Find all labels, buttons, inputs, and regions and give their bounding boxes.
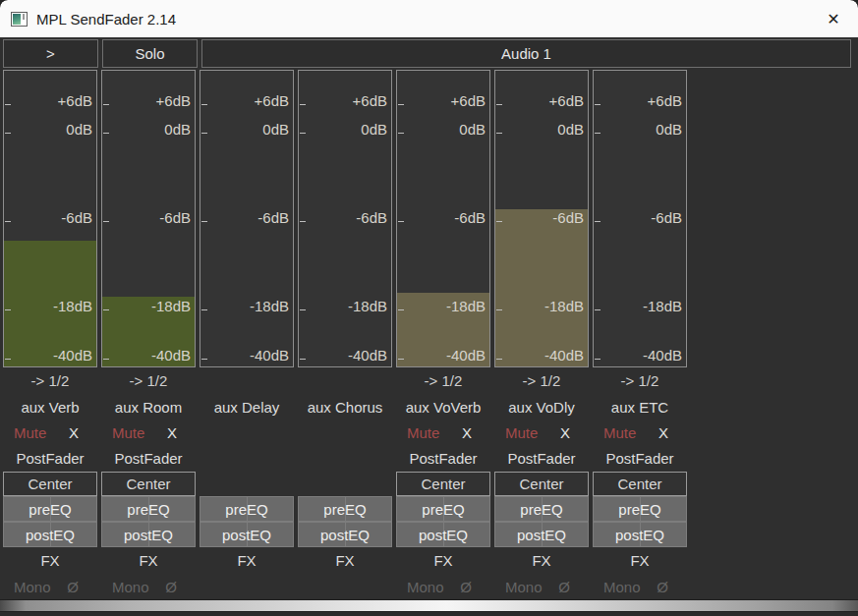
postfader-toggle[interactable]: PostFader — [494, 445, 589, 471]
route-label[interactable]: -> 1/2 — [101, 367, 196, 394]
scale-label: -6dB — [356, 208, 387, 225]
mono-toggle[interactable]: Mono — [14, 579, 51, 595]
send-fader[interactable]: +6dB0dB-6dB-18dB-40dB — [200, 70, 294, 367]
fx-label[interactable]: FX — [200, 547, 294, 574]
send-fader[interactable]: +6dB0dB-6dB-18dB-40dB — [3, 70, 97, 367]
postfader-toggle[interactable]: PostFader — [101, 445, 196, 471]
pan-center-button[interactable]: Center — [396, 472, 490, 496]
phase-toggle[interactable]: Ø — [460, 579, 472, 595]
pre-eq-button[interactable]: preEQ — [593, 496, 687, 522]
scale-label: -40dB — [348, 346, 387, 363]
pre-eq-row: preEQ — [396, 496, 490, 522]
mono-toggle[interactable]: Mono — [112, 579, 149, 595]
mute-button[interactable]: Mute — [505, 424, 538, 441]
scale-tick — [103, 104, 109, 105]
track-name-header[interactable]: Audio 1 — [201, 39, 851, 68]
scale-label: -6dB — [159, 208, 191, 225]
pre-eq-button[interactable]: preEQ — [494, 496, 589, 522]
scale-tick — [300, 133, 306, 134]
scale-label: -18dB — [643, 297, 682, 313]
unmute-button[interactable]: X — [167, 424, 177, 441]
fx-label[interactable]: FX — [396, 547, 490, 574]
fx-label[interactable]: FX — [3, 547, 97, 574]
phase-toggle[interactable]: Ø — [558, 579, 570, 595]
send-fader[interactable]: +6dB0dB-6dB-18dB-40dB — [593, 70, 687, 367]
channel-strips: +6dB0dB-6dB-18dB-40dB -> 1/2 aux Verb Mu… — [3, 70, 858, 599]
scale-tick — [595, 221, 601, 222]
fx-label[interactable]: FX — [298, 547, 392, 574]
unmute-button[interactable]: X — [69, 424, 79, 441]
pan-center-button[interactable]: Center — [101, 472, 196, 496]
scale-label: -6dB — [454, 208, 486, 225]
mute-button[interactable]: Mute — [112, 424, 144, 441]
phase-toggle[interactable]: Ø — [165, 579, 177, 595]
scale-label: -18dB — [151, 297, 191, 313]
unmute-button[interactable]: X — [462, 424, 472, 441]
post-eq-row: postEQ — [101, 522, 196, 547]
pre-eq-button[interactable]: preEQ — [101, 496, 196, 522]
post-eq-button[interactable]: postEQ — [200, 522, 294, 547]
scale-tick — [595, 104, 601, 105]
close-button[interactable]: ✕ — [809, 0, 858, 37]
pan-center-button[interactable]: Center — [593, 472, 687, 496]
mono-toggle[interactable]: Mono — [407, 579, 444, 595]
scale-label: -40dB — [250, 346, 289, 363]
mono-toggle[interactable]: Mono — [603, 579, 641, 595]
post-eq-button[interactable]: postEQ — [494, 522, 589, 547]
phase-toggle[interactable]: Ø — [657, 579, 668, 595]
solo-button[interactable]: Solo — [102, 39, 198, 68]
fx-label[interactable]: FX — [593, 547, 687, 574]
post-eq-button[interactable]: postEQ — [3, 522, 97, 547]
mute-row: Mute X — [494, 420, 589, 445]
mute-button[interactable]: Mute — [14, 424, 46, 441]
scale-tick — [300, 309, 306, 310]
fx-label[interactable]: FX — [494, 547, 589, 574]
scale-label: 0dB — [656, 120, 682, 137]
post-eq-button[interactable]: postEQ — [101, 522, 196, 547]
mute-row: Mute X — [396, 420, 490, 445]
send-fader[interactable]: +6dB0dB-6dB-18dB-40dB — [101, 70, 196, 367]
scale-label: 0dB — [262, 120, 289, 137]
post-eq-button[interactable]: postEQ — [298, 522, 392, 547]
pan-center-button[interactable]: Center — [3, 472, 97, 496]
send-fader[interactable]: +6dB0dB-6dB-18dB-40dB — [494, 70, 589, 367]
postfader-toggle[interactable]: PostFader — [593, 445, 687, 471]
expand-button[interactable]: > — [3, 39, 98, 68]
mono-toggle[interactable]: Mono — [505, 579, 543, 595]
window-title: MPL SendFader 2.14 — [36, 11, 176, 28]
send-fader[interactable]: +6dB0dB-6dB-18dB-40dB — [396, 70, 490, 367]
app-icon — [11, 12, 28, 27]
postfader-toggle[interactable]: PostFader — [3, 445, 97, 471]
fx-label[interactable]: FX — [101, 547, 196, 574]
scale-tick — [496, 309, 502, 310]
scale-label: +6dB — [58, 92, 92, 109]
scale-tick — [595, 133, 601, 134]
channel-strip: +6dB0dB-6dB-18dB-40dB -> 1/2 aux Room Mu… — [101, 70, 196, 599]
unmute-button[interactable]: X — [560, 424, 570, 441]
channel-strip: +6dB0dB-6dB-18dB-40dB -> 1/2 aux VoVerb … — [396, 70, 490, 599]
horizontal-scrollbar[interactable] — [0, 599, 858, 612]
mute-button[interactable]: Mute — [407, 424, 439, 441]
phase-toggle[interactable]: Ø — [67, 579, 79, 595]
pre-eq-button[interactable]: preEQ — [298, 496, 392, 522]
route-label[interactable]: -> 1/2 — [494, 367, 589, 394]
pan-row: Center — [3, 471, 97, 496]
send-fader[interactable]: +6dB0dB-6dB-18dB-40dB — [298, 70, 392, 367]
pan-center-button[interactable]: Center — [494, 472, 589, 496]
post-eq-button[interactable]: postEQ — [396, 522, 490, 547]
mono-row: Mono Ø — [101, 574, 196, 599]
pre-eq-button[interactable]: preEQ — [200, 496, 294, 522]
mute-button[interactable]: Mute — [603, 424, 636, 441]
route-label[interactable]: -> 1/2 — [593, 367, 687, 394]
route-label[interactable]: -> 1/2 — [396, 367, 490, 394]
scale-tick — [398, 309, 404, 310]
scale-label: -6dB — [257, 208, 289, 225]
scale-tick — [398, 221, 404, 222]
scale-tick — [5, 221, 11, 222]
postfader-toggle[interactable]: PostFader — [396, 445, 490, 471]
pre-eq-button[interactable]: preEQ — [3, 496, 97, 522]
route-label[interactable]: -> 1/2 — [3, 367, 97, 394]
unmute-button[interactable]: X — [658, 424, 668, 441]
pre-eq-button[interactable]: preEQ — [396, 496, 490, 522]
post-eq-button[interactable]: postEQ — [593, 522, 687, 547]
